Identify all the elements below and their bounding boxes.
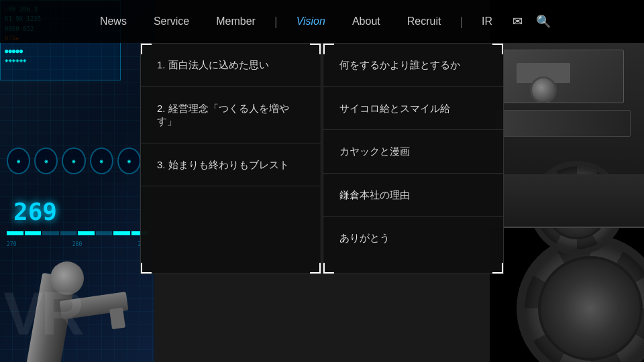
mail-icon[interactable]: ✉: [506, 0, 529, 43]
corner-br-r: [492, 263, 503, 274]
dropdown-item[interactable]: カヤックと漫画: [323, 130, 503, 174]
search-icon[interactable]: 🔍: [529, 0, 557, 43]
dropdown-left-panel: 1. 面白法人に込めた思い 2. 経営理念「つくる人を増やす」 3. 始まりも終…: [140, 43, 321, 274]
nav-separator-2: |: [454, 15, 468, 29]
dropdown-item[interactable]: ありがとう: [323, 217, 503, 259]
dropdown-item[interactable]: 2. 経営理念「つくる人を増やす」: [141, 87, 321, 143]
nav-separator-1: |: [269, 15, 283, 29]
dropdown-item[interactable]: 鎌倉本社の理由: [323, 174, 503, 217]
nav-item-member[interactable]: Member: [203, 0, 269, 43]
dropdown-right-panel: 何をするかより誰とするか サイコロ給とスマイル給 カヤックと漫画 鎌倉本社の理由…: [323, 43, 504, 274]
dropdown-container: 1. 面白法人に込めた思い 2. 経営理念「つくる人を増やす」 3. 始まりも終…: [140, 43, 504, 274]
dropdown-item[interactable]: 何をするかより誰とするか: [323, 44, 503, 87]
corner-tl: [141, 44, 152, 54]
nav-item-news[interactable]: News: [87, 0, 140, 43]
vr-overlay-text: VR: [3, 280, 82, 349]
nav-item-vision[interactable]: Vision: [283, 0, 339, 43]
dropdown-item[interactable]: 1. 面白法人に込めた思い: [141, 44, 321, 87]
corner-br: [310, 263, 321, 274]
nav-bar: News Service Member | Vision About Recru…: [87, 0, 557, 43]
corner-bl-r: [323, 263, 334, 274]
nav-item-about[interactable]: About: [339, 0, 394, 43]
nav-item-ir[interactable]: IR: [468, 0, 506, 43]
nav-item-recruit[interactable]: Recruit: [394, 0, 455, 43]
nav-item-service[interactable]: Service: [140, 0, 203, 43]
corner-tr: [310, 44, 321, 54]
corner-bl: [141, 263, 152, 274]
corner-tr-r: [492, 44, 503, 54]
dropdown-spacer: [141, 186, 321, 274]
corner-tl-r: [323, 44, 334, 54]
dropdown-item[interactable]: サイコロ給とスマイル給: [323, 87, 503, 131]
cockpit-gauges: ◉ ◉ ◉ ◉ ◉: [7, 147, 141, 188]
dropdown-item[interactable]: 3. 始まりも終わりもブレスト: [141, 143, 321, 187]
header: News Service Member | Vision About Recru…: [0, 0, 644, 43]
right-machinery: [483, 0, 644, 362]
